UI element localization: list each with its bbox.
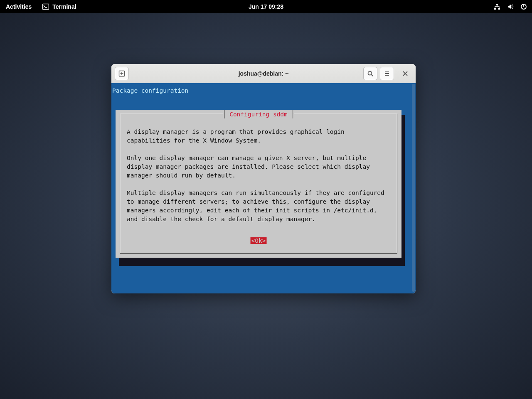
dialog-title: Configuring sddm bbox=[229, 111, 288, 118]
dialog-body: A display manager is a program that prov… bbox=[120, 114, 397, 224]
volume-icon[interactable] bbox=[507, 3, 514, 10]
hamburger-menu-button[interactable] bbox=[380, 67, 394, 80]
debconf-dialog: Configuring sddm A display manager is a … bbox=[116, 110, 401, 258]
package-config-header: Package configuration bbox=[111, 83, 411, 94]
clock[interactable]: Jun 17 09:28 bbox=[249, 3, 283, 10]
active-app-label: Terminal bbox=[52, 3, 76, 10]
activities-button[interactable]: Activities bbox=[6, 3, 32, 10]
gnome-top-bar: Activities Terminal Jun 17 09:28 bbox=[0, 0, 532, 13]
power-icon[interactable] bbox=[520, 3, 527, 10]
svg-rect-0 bbox=[43, 4, 49, 10]
ok-button[interactable]: <Ok> bbox=[251, 237, 267, 244]
terminal-window: joshua@debian: ~ Package configuration bbox=[111, 64, 416, 293]
window-titlebar: joshua@debian: ~ bbox=[111, 64, 416, 83]
svg-rect-4 bbox=[498, 8, 500, 10]
svg-rect-2 bbox=[496, 4, 498, 5]
search-button[interactable] bbox=[363, 67, 377, 80]
svg-point-10 bbox=[368, 71, 372, 75]
close-button[interactable] bbox=[398, 67, 412, 80]
terminal-scrollbar[interactable] bbox=[412, 84, 415, 292]
window-title: joshua@debian: ~ bbox=[239, 70, 289, 77]
active-app-indicator[interactable]: Terminal bbox=[42, 3, 76, 10]
new-tab-button[interactable] bbox=[115, 67, 129, 80]
svg-rect-3 bbox=[494, 8, 496, 10]
terminal-content[interactable]: Package configuration Configuring sddm A… bbox=[111, 83, 416, 293]
svg-line-11 bbox=[372, 74, 373, 76]
terminal-icon bbox=[42, 3, 49, 10]
network-icon[interactable] bbox=[494, 3, 500, 10]
